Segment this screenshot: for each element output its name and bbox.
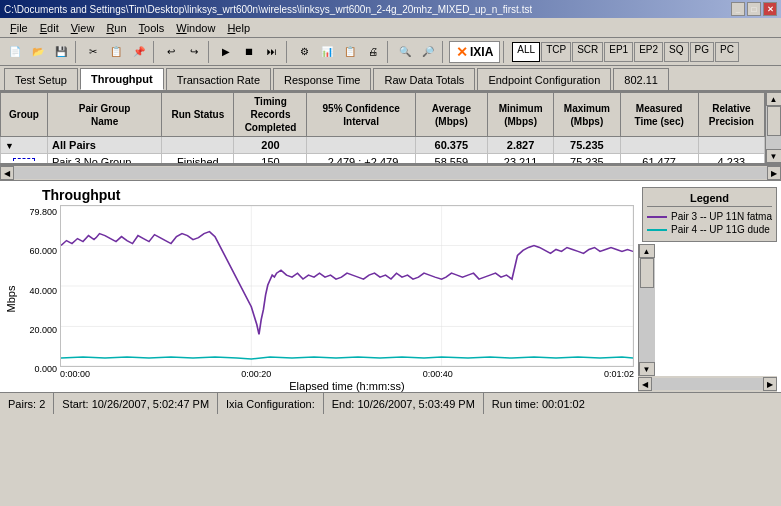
all-pairs-icon: ▼ (1, 137, 48, 154)
menu-run[interactable]: Run (100, 20, 132, 36)
chart-container: Throughput Mbps 79.800 60.000 40.000 20.… (4, 187, 634, 392)
tb-zoom-in[interactable]: 🔍 (394, 41, 416, 63)
tb-settings[interactable]: ⚙ (293, 41, 315, 63)
ixia-logo: ✕ IXIA (449, 41, 500, 63)
tb-run[interactable]: ▶ (215, 41, 237, 63)
y-tick-1: 0.000 (34, 364, 57, 374)
tb-undo[interactable]: ↩ (160, 41, 182, 63)
tb-stop[interactable]: ⏹ (238, 41, 260, 63)
menu-help[interactable]: Help (221, 20, 256, 36)
table-scrollbar[interactable]: ▲ ▼ (765, 92, 781, 163)
chart-scroll-up[interactable]: ▲ (639, 244, 655, 258)
menu-window[interactable]: Window (170, 20, 221, 36)
col-header-average: Average(Mbps) (415, 93, 487, 137)
tb-open[interactable]: 📂 (27, 41, 49, 63)
tb-copy[interactable]: 📋 (105, 41, 127, 63)
status-ixia: Ixia Configuration: (218, 393, 324, 414)
tab-transaction-rate[interactable]: Transaction Rate (166, 68, 271, 90)
chart-scroll-down[interactable]: ▼ (639, 362, 655, 376)
tb-zoom-out[interactable]: 🔎 (417, 41, 439, 63)
filter-ep1[interactable]: EP1 (604, 42, 633, 62)
tb-separator-7 (503, 41, 507, 63)
expand-icon[interactable]: ▼ (5, 141, 14, 151)
filter-tcp[interactable]: TCP (541, 42, 571, 62)
tab-raw-data[interactable]: Raw Data Totals (373, 68, 475, 90)
tb-redo[interactable]: ↪ (183, 41, 205, 63)
menu-tools[interactable]: Tools (133, 20, 171, 36)
menu-file[interactable]: File (4, 20, 34, 36)
x-tick-4: 0:01:02 (604, 369, 634, 379)
filter-all[interactable]: ALL (512, 42, 540, 62)
tb-step[interactable]: ⏭ (261, 41, 283, 63)
filter-scr[interactable]: SCR (572, 42, 603, 62)
tb-table[interactable]: 📋 (339, 41, 361, 63)
maximize-button[interactable]: □ (747, 2, 761, 16)
filter-sq[interactable]: SQ (664, 42, 688, 62)
chart-scroll-left[interactable]: ◀ (638, 377, 652, 391)
tb-cut[interactable]: ✂ (82, 41, 104, 63)
y-tick-5: 79.800 (29, 207, 57, 217)
x-tick-2: 0:00:20 (241, 369, 271, 379)
tb-new[interactable]: 📄 (4, 41, 26, 63)
pair3-minimum: 23.211 (488, 154, 554, 164)
scroll-up-arrow[interactable]: ▲ (766, 92, 782, 106)
status-runtime-text: Run time: 00:01:02 (492, 398, 585, 410)
chart-scroll-track[interactable] (639, 258, 655, 362)
filter-pg[interactable]: PG (690, 42, 714, 62)
minimize-button[interactable]: _ (731, 2, 745, 16)
tb-separator-1 (75, 41, 79, 63)
tb-separator-4 (286, 41, 290, 63)
table-h-scrollbar[interactable]: ◀ ▶ (0, 166, 781, 181)
tab-endpoint-config[interactable]: Endpoint Configuration (477, 68, 611, 90)
x-axis-ticks: 0:00:00 0:00:20 0:00:40 0:01:02 (60, 369, 634, 379)
chart-scroll-right[interactable]: ▶ (763, 377, 777, 391)
col-header-maximum: Maximum(Mbps) (554, 93, 620, 137)
filter-pc[interactable]: PC (715, 42, 739, 62)
y-axis-ticks: 79.800 60.000 40.000 20.000 0.000 (18, 205, 60, 392)
all-pairs-measured (620, 137, 698, 154)
chart-h-scrollbar[interactable]: ◀ ▶ (638, 376, 777, 392)
close-button[interactable]: ✕ (763, 2, 777, 16)
legend-line-pair3 (647, 216, 667, 218)
legend-label-pair4: Pair 4 -- UP 11G dude (671, 224, 770, 235)
legend-item-pair4: Pair 4 -- UP 11G dude (647, 224, 772, 235)
tab-test-setup[interactable]: Test Setup (4, 68, 78, 90)
scroll-right-arrow[interactable]: ▶ (767, 166, 781, 180)
scroll-left-arrow[interactable]: ◀ (0, 166, 14, 180)
x-tick-3: 0:00:40 (423, 369, 453, 379)
tb-print[interactable]: 🖨 (362, 41, 384, 63)
pair3-timing: 150 (234, 154, 307, 164)
col-header-minimum: Minimum(Mbps) (488, 93, 554, 137)
table-row: Pair 3 No Group Finished 150 -2.479 : +2… (1, 154, 765, 164)
tb-paste[interactable]: 📌 (128, 41, 150, 63)
scroll-track[interactable] (766, 106, 782, 149)
tab-throughput[interactable]: Throughput (80, 68, 164, 90)
h-scroll-track[interactable] (14, 167, 767, 179)
scroll-thumb[interactable] (767, 106, 781, 136)
chart-h-track[interactable] (652, 378, 763, 390)
tb-chart[interactable]: 📊 (316, 41, 338, 63)
menu-view[interactable]: View (65, 20, 101, 36)
menu-edit[interactable]: Edit (34, 20, 65, 36)
tab-80211[interactable]: 802.11 (613, 68, 669, 90)
tab-response-time[interactable]: Response Time (273, 68, 371, 90)
all-pairs-maximum: 75.235 (554, 137, 620, 154)
legend: Legend Pair 3 -- UP 11N fatma Pair 4 -- … (642, 187, 777, 242)
chart-scroll-thumb[interactable] (640, 258, 654, 288)
y-tick-3: 40.000 (29, 286, 57, 296)
ixia-x-icon: ✕ (456, 44, 468, 60)
filter-ep2[interactable]: EP2 (634, 42, 663, 62)
status-end-text: End: 10/26/2007, 5:03:49 PM (332, 398, 475, 410)
title-bar-controls: _ □ ✕ (731, 2, 777, 16)
chart-v-scrollbar[interactable]: ▲ ▼ (638, 244, 654, 376)
chart-body: Mbps 79.800 60.000 40.000 20.000 0.000 (4, 205, 634, 392)
y-axis-label: Mbps (5, 285, 17, 312)
chart-svg-container: 0:00:00 0:00:20 0:00:40 0:01:02 Elapsed … (60, 205, 634, 392)
ixia-text: IXIA (470, 45, 493, 59)
all-pairs-precision (698, 137, 764, 154)
tb-save[interactable]: 💾 (50, 41, 72, 63)
status-pairs-text: Pairs: 2 (8, 398, 45, 410)
col-header-relative-precision: RelativePrecision (698, 93, 764, 137)
status-end: End: 10/26/2007, 5:03:49 PM (324, 393, 484, 414)
scroll-down-arrow[interactable]: ▼ (766, 149, 782, 163)
